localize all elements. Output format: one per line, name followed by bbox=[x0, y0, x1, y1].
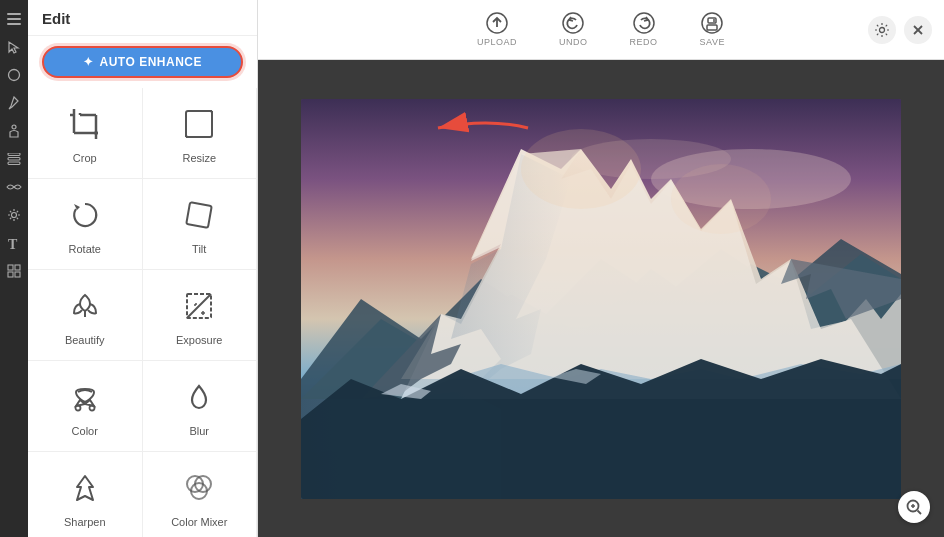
svg-rect-10 bbox=[8, 265, 13, 270]
exposure-label: Exposure bbox=[176, 334, 222, 346]
zoom-button[interactable] bbox=[898, 491, 930, 523]
svg-point-3 bbox=[9, 70, 20, 81]
svg-point-8 bbox=[12, 213, 17, 218]
main-area: UPLOAD UNDO REDO bbox=[258, 0, 944, 537]
settings-button[interactable] bbox=[868, 16, 896, 44]
color-mixer-icon bbox=[177, 466, 221, 510]
save-icon bbox=[701, 12, 723, 34]
tool-blur[interactable]: Blur bbox=[143, 361, 258, 452]
rotate-label: Rotate bbox=[69, 243, 101, 255]
svg-point-52 bbox=[521, 129, 641, 209]
cursor-icon[interactable] bbox=[3, 36, 25, 58]
auto-enhance-label: AUTO ENHANCE bbox=[100, 55, 202, 69]
svg-point-53 bbox=[671, 164, 771, 234]
upload-icon bbox=[486, 12, 508, 34]
tool-color[interactable]: Color bbox=[28, 361, 143, 452]
crop-icon bbox=[63, 102, 107, 146]
svg-rect-2 bbox=[7, 23, 21, 25]
mustache-icon[interactable] bbox=[3, 176, 25, 198]
redo-icon bbox=[633, 12, 655, 34]
save-label: SAVE bbox=[700, 37, 725, 47]
svg-marker-31 bbox=[77, 476, 93, 500]
sharpen-label: Sharpen bbox=[64, 516, 106, 528]
save-button[interactable]: SAVE bbox=[694, 8, 731, 51]
svg-rect-13 bbox=[15, 272, 20, 277]
svg-point-29 bbox=[75, 406, 80, 411]
tool-sharpen[interactable]: Sharpen bbox=[28, 452, 143, 537]
blur-label: Blur bbox=[189, 425, 209, 437]
upload-button[interactable]: UPLOAD bbox=[471, 8, 523, 51]
tools-grid: Crop Resize Rot bbox=[28, 88, 257, 537]
tool-color-mixer[interactable]: Color Mixer bbox=[143, 452, 258, 537]
svg-line-56 bbox=[918, 511, 922, 515]
svg-point-46 bbox=[880, 27, 885, 32]
redo-label: REDO bbox=[630, 37, 658, 47]
svg-rect-27 bbox=[187, 202, 212, 227]
mountain-svg bbox=[301, 99, 901, 499]
exposure-icon bbox=[177, 284, 221, 328]
image-canvas bbox=[301, 99, 901, 499]
menu-icon[interactable] bbox=[3, 8, 25, 30]
edit-panel: Edit ✦ AUTO ENHANCE Crop bbox=[28, 0, 258, 537]
tilt-label: Tilt bbox=[192, 243, 206, 255]
svg-text:T: T bbox=[8, 237, 18, 250]
blur-icon bbox=[177, 375, 221, 419]
tool-resize[interactable]: Resize bbox=[143, 88, 258, 179]
svg-rect-7 bbox=[8, 162, 20, 165]
beautify-label: Beautify bbox=[65, 334, 105, 346]
sharpen-icon bbox=[63, 466, 107, 510]
circle-icon[interactable] bbox=[3, 64, 25, 86]
figure-icon[interactable] bbox=[3, 120, 25, 142]
undo-label: UNDO bbox=[559, 37, 588, 47]
toolbar-actions bbox=[868, 16, 932, 44]
svg-rect-44 bbox=[707, 25, 717, 30]
text-icon[interactable]: T bbox=[3, 232, 25, 254]
svg-rect-0 bbox=[7, 13, 21, 15]
left-icon-bar: T bbox=[0, 0, 28, 537]
canvas-area bbox=[258, 60, 944, 537]
tool-rotate[interactable]: Rotate bbox=[28, 179, 143, 270]
svg-rect-1 bbox=[7, 18, 21, 20]
svg-rect-5 bbox=[8, 153, 20, 156]
redo-button[interactable]: REDO bbox=[624, 8, 664, 51]
svg-point-40 bbox=[563, 13, 583, 33]
grid-icon[interactable] bbox=[3, 260, 25, 282]
color-label: Color bbox=[72, 425, 98, 437]
wand-icon: ✦ bbox=[83, 55, 94, 69]
undo-button[interactable]: UNDO bbox=[553, 8, 594, 51]
crop-label: Crop bbox=[73, 152, 97, 164]
pen-icon[interactable] bbox=[3, 92, 25, 114]
layers-icon[interactable] bbox=[3, 148, 25, 170]
rotate-icon bbox=[63, 193, 107, 237]
tool-exposure[interactable]: Exposure bbox=[143, 270, 258, 361]
undo-icon bbox=[562, 12, 584, 34]
svg-rect-43 bbox=[708, 18, 716, 23]
color-mixer-label: Color Mixer bbox=[171, 516, 227, 528]
resize-label: Resize bbox=[182, 152, 216, 164]
panel-title: Edit bbox=[28, 0, 257, 36]
tool-beautify[interactable]: Beautify bbox=[28, 270, 143, 361]
beautify-icon bbox=[63, 284, 107, 328]
gear-icon[interactable] bbox=[3, 204, 25, 226]
resize-icon bbox=[177, 102, 221, 146]
upload-label: UPLOAD bbox=[477, 37, 517, 47]
main-toolbar: UPLOAD UNDO REDO bbox=[258, 0, 944, 60]
svg-rect-6 bbox=[8, 158, 20, 161]
tool-crop[interactable]: Crop bbox=[28, 88, 143, 179]
svg-rect-11 bbox=[15, 265, 20, 270]
close-button[interactable] bbox=[904, 16, 932, 44]
svg-rect-21 bbox=[186, 111, 212, 137]
svg-point-30 bbox=[89, 406, 94, 411]
color-icon bbox=[63, 375, 107, 419]
svg-point-4 bbox=[12, 125, 16, 129]
tool-tilt[interactable]: Tilt bbox=[143, 179, 258, 270]
tilt-icon bbox=[177, 193, 221, 237]
svg-rect-12 bbox=[8, 272, 13, 277]
svg-point-41 bbox=[634, 13, 654, 33]
auto-enhance-button[interactable]: ✦ AUTO ENHANCE bbox=[42, 46, 243, 78]
